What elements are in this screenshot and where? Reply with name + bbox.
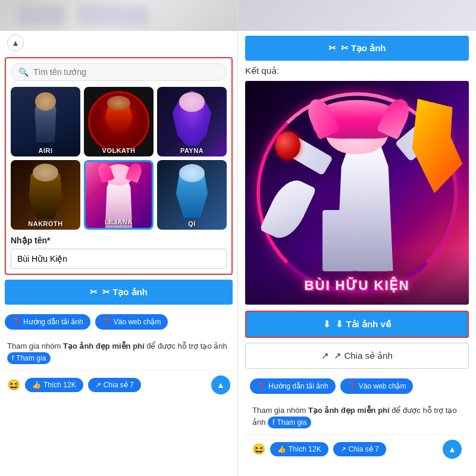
hero-selection-section: 🔍 AIRI [5, 57, 233, 275]
share-photo-icon: ↗ [321, 350, 329, 361]
share-button-right[interactable]: ↗ Chia sẻ 7 [333, 442, 386, 456]
guide-label-left: Hướng dẫn tải ảnh [23, 318, 83, 326]
result-label: Kết quả: [245, 65, 469, 76]
top-blur-right [238, 0, 476, 31]
create-label-right: ✂ Tạo ảnh [341, 43, 386, 54]
hero-label-nakroth: NAKROTH [11, 160, 80, 230]
reaction-row-right: 😆 👍 Thích 12K ↗ Chia sẻ 7 ▲ [245, 434, 469, 464]
create-icon-right: ✂ [328, 43, 336, 54]
download-icon: ⬇ [323, 319, 331, 330]
fb-join-label-right: Tham gia [277, 418, 306, 427]
share-photo-button[interactable]: ↗ ↗ Chia sẻ ảnh [245, 343, 469, 369]
action-links-right: ❓ Hướng dẫn tải ảnh ❓ Vào web chậm [245, 374, 469, 399]
community-group-name-left: Tạo ảnh đẹp miễn phí [63, 342, 145, 350]
name-input[interactable] [11, 249, 227, 269]
hero-cell-liliana[interactable]: LILIANA [84, 160, 154, 230]
community-suffix-left: để được hỗ trợ tạo ảnh [145, 342, 227, 350]
share-photo-label: ↗ Chia sẻ ảnh [334, 350, 393, 361]
guide-link-right[interactable]: ❓ Hướng dẫn tải ảnh [250, 378, 336, 394]
hero-label-liliana: LILIANA [86, 162, 152, 228]
reaction-emoji-right: 😆 [252, 443, 265, 456]
slow-web-icon-right: ❓ [347, 382, 356, 390]
result-image-inner: BÙI HỮU KIỆN [245, 81, 469, 305]
top-blur-left [0, 0, 237, 31]
hero-cell-qi[interactable]: QI [157, 160, 227, 230]
slow-web-icon-left: ❓ [102, 318, 111, 326]
left-panel: ▲ 🔍 AIRI [0, 0, 238, 476]
collapse-row: ▲ [0, 31, 237, 55]
search-input[interactable] [33, 67, 219, 77]
action-links-left: ❓ Hướng dẫn tải ảnh ❓ Vào web chậm [0, 309, 237, 334]
like-label-left: Thích 12K [43, 381, 76, 389]
guide-link-left[interactable]: ❓ Hướng dẫn tải ảnh [5, 314, 90, 330]
community-prefix-right: Tham gia nhóm [252, 406, 308, 415]
reaction-row-left: 😆 👍 Thích 12K ↗ Chia sẻ 7 ▲ [0, 370, 237, 399]
slow-web-link-right[interactable]: ❓ Vào web chậm [340, 378, 414, 394]
result-name-overlay: BÙI HỮU KIỆN [245, 278, 469, 293]
share-label-left: Chia sẻ 7 [104, 381, 134, 389]
share-button-left[interactable]: ↗ Chia sẻ 7 [88, 378, 141, 392]
search-icon: 🔍 [18, 67, 29, 77]
guide-icon-right: ❓ [257, 382, 266, 390]
download-button[interactable]: ⬇ ⬇ Tải ảnh về [245, 311, 469, 338]
like-icon-right: 👍 [277, 445, 286, 453]
reaction-emoji-left: 😆 [7, 378, 20, 392]
guide-label-right: Hướng dẫn tải ảnh [268, 382, 328, 390]
fb-icon-right: f [273, 418, 274, 427]
like-button-left[interactable]: 👍 Thích 12K [25, 378, 83, 392]
hero-cell-volkath[interactable]: VOLKATH [84, 87, 154, 156]
community-group-name-right: Tạo ảnh đẹp miễn phí [308, 406, 390, 415]
hero-label-airi: AIRI [11, 87, 80, 156]
hero-cell-payna[interactable]: PAYNA [157, 87, 227, 156]
download-label: ⬇ Tải ảnh về [336, 319, 391, 330]
circle-frame [256, 92, 458, 293]
result-image: BÙI HỮU KIỆN [245, 81, 469, 305]
hero-label-payna: PAYNA [157, 87, 227, 156]
share-label-right: Chia sẻ 7 [349, 445, 379, 453]
collapse-button[interactable]: ▲ [7, 35, 24, 51]
facebook-join-button-left[interactable]: f Tham gia [7, 352, 51, 364]
community-text-left: Tham gia nhóm Tạo ảnh đẹp miễn phí để đư… [0, 334, 237, 370]
search-box: 🔍 [11, 63, 227, 81]
community-text-right: Tham gia nhóm Tạo ảnh đẹp miễn phí để đư… [245, 399, 469, 434]
scroll-top-button-left[interactable]: ▲ [211, 375, 230, 394]
slow-web-label-left: Vào web chậm [114, 318, 161, 326]
fb-icon-left: f [12, 354, 14, 362]
fb-join-label-left: Tham gia [16, 354, 46, 362]
hero-grid: AIRI VOLKATH [11, 87, 227, 230]
share-icon-right: ↗ [340, 445, 346, 453]
share-icon-left: ↗ [95, 381, 101, 389]
facebook-join-button-right[interactable]: f Tham gia [268, 416, 311, 428]
create-image-button-left[interactable]: ✂ ✂ Tạo ảnh [5, 280, 233, 305]
right-panel-content: ✂ ✂ Tạo ảnh Kết quả: [238, 31, 476, 468]
slow-web-link-left[interactable]: ❓ Vào web chậm [95, 314, 168, 330]
hero-label-qi: QI [157, 160, 227, 230]
community-prefix-left: Tham gia nhóm [7, 342, 63, 350]
hero-cell-airi[interactable]: AIRI [11, 87, 80, 156]
right-panel: ✂ ✂ Tạo ảnh Kết quả: [238, 0, 476, 476]
like-label-right: Thích 12K [289, 445, 321, 453]
hero-label-volkath: VOLKATH [84, 87, 154, 156]
create-icon-left: ✂ [90, 287, 98, 298]
slow-web-label-right: Vào web chậm [359, 382, 406, 390]
create-label-left: ✂ Tạo ảnh [102, 287, 148, 298]
input-label: Nhập tên* [11, 236, 227, 245]
like-icon-left: 👍 [32, 381, 41, 389]
create-image-button-right[interactable]: ✂ ✂ Tạo ảnh [245, 36, 469, 61]
guide-icon-left: ❓ [12, 318, 21, 326]
like-button-right[interactable]: 👍 Thích 12K [270, 442, 328, 456]
scroll-top-button-right[interactable]: ▲ [443, 440, 462, 459]
hero-cell-nakroth[interactable]: NAKROTH [11, 160, 80, 230]
